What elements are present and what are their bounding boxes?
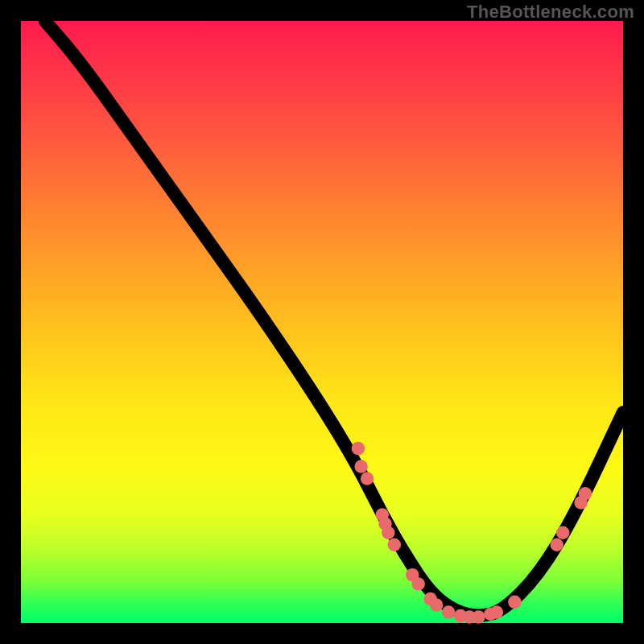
data-marker xyxy=(354,460,367,473)
data-marker xyxy=(556,526,569,539)
data-marker xyxy=(352,442,365,455)
data-marker xyxy=(508,596,521,609)
data-marker xyxy=(490,605,503,618)
data-marker xyxy=(382,526,394,539)
watermark-text: TheBottleneck.com xyxy=(467,2,634,23)
plot-area xyxy=(21,21,623,623)
data-marker xyxy=(579,487,592,500)
data-marker xyxy=(472,610,485,623)
chart-svg xyxy=(21,21,623,623)
data-marker xyxy=(388,539,401,551)
data-marker xyxy=(411,577,424,590)
data-marker xyxy=(550,539,563,551)
data-marker xyxy=(430,598,443,611)
data-marker xyxy=(442,605,455,618)
marker-group xyxy=(352,442,592,624)
data-marker xyxy=(361,472,374,485)
bottleneck-curve xyxy=(45,21,623,616)
chart-container: TheBottleneck.com xyxy=(0,0,644,644)
